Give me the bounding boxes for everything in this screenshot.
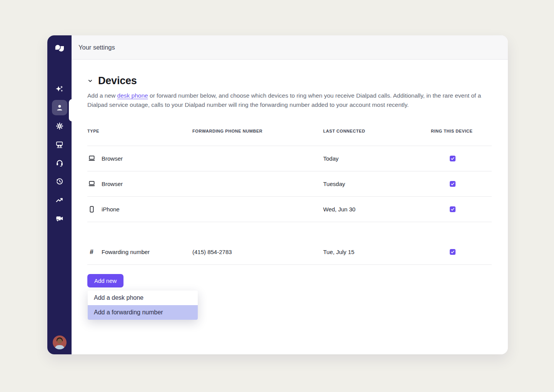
menu-item-add-a-desk-phone[interactable]: Add a desk phone [88,291,198,305]
user-avatar[interactable] [53,336,67,349]
devices-table-header: Type Forwarding phone number Last connec… [87,129,492,146]
table-row: Browser Tuesday [87,171,492,197]
app-window: Your settings Devices Add a new desk pho… [47,35,508,354]
devices-description: Add a new desk phone or forward number b… [87,91,484,110]
last-connected-cell: Today [323,155,431,162]
column-header-last-connected: Last connected [323,129,431,133]
active-item-indicator [69,99,75,121]
device-type-cell: # Fowarding number [87,248,192,256]
description-before-link: Add a new [87,92,117,99]
sidebar-item-ai-sparkles[interactable] [52,81,67,97]
avatar[interactable] [53,336,67,349]
collapse-chevron-icon[interactable] [87,78,93,84]
ring-device-cell [431,249,492,255]
ring-device-checkbox[interactable] [450,249,456,255]
device-type-label: Fowarding number [102,249,150,255]
table-row: Browser Today [87,146,492,171]
ring-device-cell [431,206,492,212]
sidebar-item-profile[interactable] [52,100,67,115]
hash-icon: # [90,248,93,256]
avatar-shirt [55,345,65,349]
sidebar-item-settings-gear[interactable] [52,118,67,134]
ring-device-cell [431,156,492,161]
ring-device-cell [431,181,492,187]
history-icon [55,177,64,186]
sidebar-item-shared-lines[interactable] [52,137,67,152]
add-new-wrap: Add new Add a desk phone Add a forwardin… [87,274,123,287]
sidebar-item-meetings-camera[interactable] [52,211,67,226]
shared-lines-icon [55,140,64,149]
menu-item-add-a-forwarding-number[interactable]: Add a forwarding number [88,305,198,320]
ring-device-checkbox[interactable] [450,181,456,187]
last-connected-cell: Tue, July 15 [323,249,431,255]
ring-device-checkbox[interactable] [450,206,456,212]
table-row: iPhone Wed, Jun 30 [87,197,492,222]
topbar: Your settings [72,35,508,60]
main-panel: Your settings Devices Add a new desk pho… [72,35,508,354]
sidebar-item-support-headset[interactable] [52,155,67,171]
laptop-icon [87,180,96,188]
devices-table-body: Browser Today Browser Tuesday iPhone Wed… [87,146,492,265]
last-connected-cell: Wed, Jun 30 [323,206,431,213]
page-title: Your settings [78,44,115,51]
meetings-camera-icon [55,214,64,223]
devices-table: Type Forwarding phone number Last connec… [87,129,492,265]
ai-sparkles-icon [55,85,64,94]
avatar-face [57,339,62,344]
device-type-label: iPhone [102,206,120,213]
device-type-cell: Browser [87,180,192,188]
settings-content: Devices Add a new desk phone or forward … [72,60,508,354]
add-new-button[interactable]: Add new [87,274,123,287]
hash-icon: # [87,248,96,256]
sidebar-item-history[interactable] [52,174,67,189]
column-header-ring: Ring this device [431,129,492,133]
column-header-type: Type [87,129,192,133]
support-headset-icon [55,159,64,167]
add-new-menu: Add a desk phone Add a forwarding number [88,291,198,320]
laptop-icon [87,154,96,163]
devices-title: Devices [98,75,137,87]
profile-icon [55,103,64,112]
device-type-label: Browser [102,181,123,187]
analytics-icon [55,196,64,204]
device-type-cell: iPhone [87,206,192,213]
column-header-forwarding: Forwarding phone number [192,129,323,133]
device-type-label: Browser [102,155,123,162]
sidebar-item-analytics[interactable] [52,192,67,208]
dialpad-logo [53,42,66,55]
device-type-cell: Browser [87,154,192,163]
ring-device-checkbox[interactable] [450,156,456,161]
smartphone-icon [87,206,96,213]
desk-phone-link[interactable]: desk phone [117,92,148,99]
last-connected-cell: Tuesday [323,181,431,187]
table-row: # Fowarding number (415) 854-2783 Tue, J… [87,239,492,265]
forwarding-number-cell: (415) 854-2783 [192,249,323,255]
sidebar [47,35,72,354]
sidebar-nav [52,81,67,226]
devices-section-header: Devices [87,75,492,87]
settings-gear-icon [55,122,64,130]
